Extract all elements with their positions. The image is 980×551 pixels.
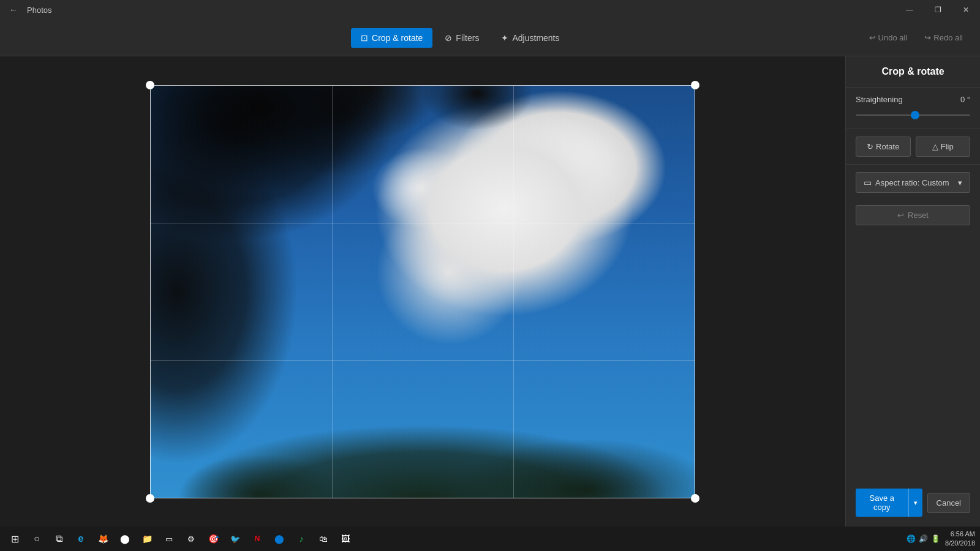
- image-area: [0, 56, 845, 527]
- spotify-icon[interactable]: ♪: [292, 529, 311, 549]
- undo-all-button[interactable]: ↩ Undo all: [862, 29, 915, 46]
- filters-icon: ⊘: [445, 33, 452, 43]
- save-copy-group: Save a copy ▾: [856, 489, 922, 517]
- restore-button[interactable]: ❐: [924, 0, 952, 20]
- clock-time: 6:56 AM: [945, 530, 975, 539]
- start-icon[interactable]: ⊞: [5, 529, 24, 549]
- straightening-value: 0 °: [960, 95, 970, 104]
- system-tray: 🌐 🔊 🔋: [906, 534, 940, 544]
- straightening-header: Straightening 0 °: [856, 95, 970, 104]
- volume-icon[interactable]: 🔊: [918, 534, 928, 544]
- crop-rotate-label: Crop & rotate: [372, 33, 423, 43]
- flip-label: Flip: [941, 142, 954, 151]
- redo-all-button[interactable]: ↪ Redo all: [917, 29, 970, 46]
- slider-track: [856, 114, 970, 116]
- rotate-icon: ↻: [867, 142, 873, 151]
- rotate-flip-section: ↻ Rotate △ Flip: [846, 129, 980, 165]
- flip-icon: △: [932, 142, 938, 151]
- taskbar-right: 🌐 🔊 🔋 6:56 AM 8/20/2018: [906, 530, 975, 549]
- system-clock[interactable]: 6:56 AM 8/20/2018: [945, 530, 975, 549]
- redo-all-label: Redo all: [933, 33, 963, 42]
- panel-title: Crop & rotate: [846, 56, 980, 88]
- chevron-down-icon: ▾: [958, 178, 962, 187]
- toolbar-center: ⊡ Crop & rotate ⊘ Filters ✦ Adjustments: [351, 28, 569, 48]
- taskbar: ⊞ ○ ⧉ e 🦊 ⬤ 📁 ▭ ⚙ 🎯 🐦 N ⬤ ♪ 🛍 🖼 🌐 🔊 🔋 6:…: [0, 527, 980, 551]
- adjustments-label: Adjustments: [512, 33, 559, 43]
- app-circle-icon[interactable]: ⬤: [270, 529, 289, 549]
- flip-button[interactable]: △ Flip: [916, 137, 971, 157]
- redo-icon: ↪: [924, 33, 931, 42]
- adjustments-button[interactable]: ✦ Adjustments: [491, 28, 569, 48]
- photo-canvas: [150, 85, 695, 498]
- aspect-ratio-label: Aspect ratio: Custom: [875, 178, 949, 187]
- toolbar: ⊡ Crop & rotate ⊘ Filters ✦ Adjustments …: [0, 20, 980, 56]
- network-icon[interactable]: 🌐: [906, 534, 916, 544]
- minimize-button[interactable]: —: [895, 0, 924, 20]
- cancel-button[interactable]: Cancel: [927, 493, 970, 513]
- control-panel-icon[interactable]: ⚙: [181, 529, 201, 549]
- aspect-ratio-icon: ▭: [864, 178, 872, 187]
- store-icon[interactable]: 🛍: [314, 529, 333, 549]
- filters-button[interactable]: ⊘ Filters: [435, 28, 489, 48]
- titlebar-left: ← Photos: [5, 1, 51, 18]
- tree-overlay: [150, 85, 695, 498]
- battery-icon[interactable]: 🔋: [930, 534, 940, 544]
- filters-label: Filters: [456, 33, 479, 43]
- reset-label: Reset: [908, 211, 929, 220]
- straightening-label: Straightening: [856, 95, 903, 104]
- adjustments-icon: ✦: [501, 33, 508, 43]
- save-copy-button[interactable]: Save a copy: [856, 489, 908, 517]
- clock-date: 8/20/2018: [945, 539, 975, 548]
- edge-browser-icon[interactable]: e: [71, 529, 91, 549]
- handle-bottom-right[interactable]: [691, 494, 699, 503]
- file-explorer-icon[interactable]: 📁: [137, 529, 157, 549]
- straightening-section: Straightening 0 °: [846, 88, 980, 129]
- rotate-button[interactable]: ↻ Rotate: [856, 137, 911, 157]
- twitter-icon[interactable]: 🐦: [225, 529, 245, 549]
- crop-icon: ⊡: [361, 33, 368, 43]
- handle-top-left[interactable]: [146, 81, 154, 89]
- undo-all-label: Undo all: [878, 33, 908, 42]
- app-n-icon[interactable]: N: [247, 529, 267, 549]
- main-area: Crop & rotate Straightening 0 ° ↻ Rotate…: [0, 56, 980, 527]
- rotate-label: Rotate: [876, 142, 899, 151]
- handle-bottom-left[interactable]: [146, 494, 154, 503]
- search-icon[interactable]: ○: [27, 529, 47, 549]
- slider-thumb[interactable]: [911, 111, 919, 119]
- task-view-icon[interactable]: ⧉: [49, 529, 69, 549]
- game-icon[interactable]: 🎯: [203, 529, 223, 549]
- taskbar-icons: ⊞ ○ ⧉ e 🦊 ⬤ 📁 ▭ ⚙ 🎯 🐦 N ⬤ ♪ 🛍 🖼: [5, 529, 355, 549]
- firefox-icon[interactable]: 🦊: [93, 529, 113, 549]
- undo-icon: ↩: [869, 33, 876, 42]
- tablet-mode-icon[interactable]: ▭: [159, 529, 179, 549]
- reset-icon: ↩: [897, 211, 904, 220]
- save-copy-dropdown-button[interactable]: ▾: [908, 489, 922, 517]
- right-panel: Crop & rotate Straightening 0 ° ↻ Rotate…: [845, 56, 980, 527]
- handle-top-right[interactable]: [691, 81, 699, 89]
- toolbar-right: ↩ Undo all ↪ Redo all: [862, 29, 970, 46]
- chrome-icon[interactable]: ⬤: [115, 529, 135, 549]
- crop-container[interactable]: [150, 85, 695, 498]
- aspect-ratio-button[interactable]: ▭ Aspect ratio: Custom ▾: [856, 172, 970, 193]
- straightening-slider-container[interactable]: [856, 109, 970, 121]
- reset-button[interactable]: ↩ Reset: [856, 205, 970, 225]
- bottom-actions: Save a copy ▾ Cancel: [846, 479, 980, 527]
- crop-rotate-button[interactable]: ⊡ Crop & rotate: [351, 28, 432, 48]
- titlebar: ← Photos — ❐ ✕: [0, 0, 980, 20]
- close-button[interactable]: ✕: [952, 0, 980, 20]
- window-controls: — ❐ ✕: [895, 0, 980, 20]
- app-title: Photos: [27, 6, 51, 15]
- back-button[interactable]: ←: [5, 1, 22, 18]
- photos-taskbar-icon[interactable]: 🖼: [336, 529, 355, 549]
